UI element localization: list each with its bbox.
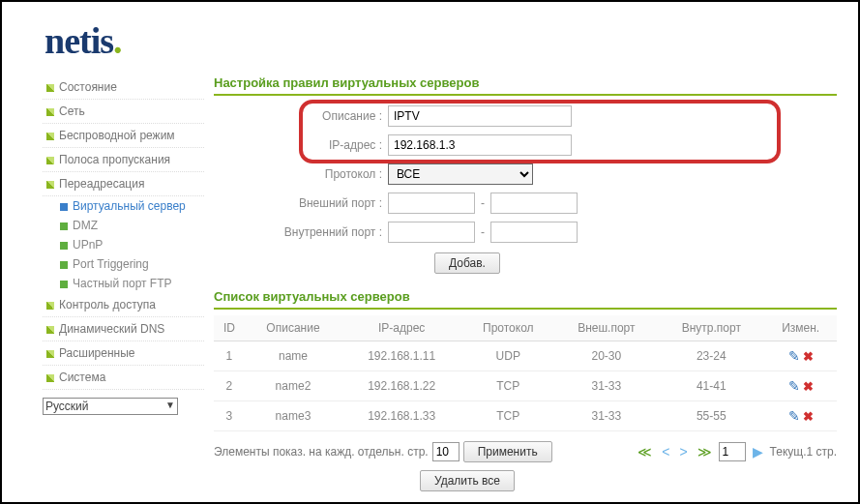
sidebar-item-label: Система (59, 371, 105, 384)
pager-first-icon[interactable]: ≪ (635, 444, 655, 460)
bullet-icon (46, 84, 54, 92)
col-descr: Описание (245, 315, 341, 341)
chevron-down-icon: ▼ (165, 400, 175, 410)
delete-all-button[interactable]: Удалить все (420, 470, 515, 491)
delete-icon[interactable]: ✖ (803, 379, 814, 394)
sidebar-item-label: Контроль доступа (59, 298, 156, 311)
language-select[interactable]: Русский▼ (43, 398, 178, 415)
col-ip: IP-адрес (341, 315, 461, 341)
edit-icon[interactable]: ✎ (788, 408, 800, 424)
cell-descr: name3 (245, 401, 341, 431)
label-ext-port: Внешний порт : (214, 196, 388, 210)
add-button[interactable]: Добав. (434, 252, 500, 274)
cell-int: 23-24 (658, 341, 764, 371)
label-protocol: Протокол : (214, 167, 388, 181)
pager-current: Текущ.1 стр. (770, 445, 837, 459)
logo-area: netis. (2, 2, 858, 75)
pager-prev-icon[interactable]: < (659, 444, 672, 460)
cell-descr: name (245, 341, 341, 371)
bullet-icon (46, 374, 54, 382)
sidebar-item-label: Сеть (59, 104, 85, 118)
edit-icon[interactable]: ✎ (788, 378, 800, 394)
cell-proto: TCP (461, 371, 554, 401)
sidebar-item-label: Полоса пропускания (59, 153, 170, 166)
cell-id: 1 (214, 341, 245, 371)
sidebar-item-label: Состояние (59, 80, 117, 94)
bullet-icon (60, 242, 68, 250)
table-row: 2name2192.168.1.22TCP31-3341-41✎✖ (214, 371, 837, 401)
form-title: Настройка правил виртуальных серверов (214, 75, 837, 96)
sidebar-item-label: Переадресация (59, 177, 144, 191)
cell-int: 55-55 (658, 401, 764, 431)
delete-icon[interactable]: ✖ (803, 349, 814, 364)
bullet-icon (46, 157, 54, 164)
cell-id: 2 (214, 371, 245, 401)
col-proto: Протокол (461, 315, 554, 341)
cell-proto: UDP (461, 341, 554, 371)
cell-int: 41-41 (658, 371, 764, 401)
edit-icon[interactable]: ✎ (788, 348, 800, 364)
apply-button[interactable]: Применить (463, 441, 552, 462)
cell-descr: name2 (245, 371, 341, 401)
sidebar-item-10[interactable]: Контроль доступа (43, 293, 204, 317)
sidebar-item-4[interactable]: Переадресация (43, 172, 204, 196)
cell-ext: 31-33 (554, 371, 658, 401)
col-act: Измен. (764, 315, 837, 341)
sidebar-item-12[interactable]: Расширенные (43, 341, 204, 366)
pager-last-icon[interactable]: ≫ (695, 444, 715, 460)
bullet-icon (46, 350, 54, 358)
bullet-icon (46, 181, 54, 189)
cell-actions: ✎✖ (764, 371, 837, 401)
ext-port-to-input[interactable] (490, 193, 578, 214)
cell-proto: TCP (461, 401, 554, 431)
col-int: Внутр.порт (658, 315, 764, 341)
bullet-icon (60, 261, 68, 269)
cell-ext: 31-33 (554, 401, 658, 431)
sidebar-item-label: Расширенные (59, 346, 135, 360)
cell-actions: ✎✖ (764, 341, 837, 371)
servers-table: ID Описание IP-адрес Протокол Внеш.порт … (214, 315, 837, 431)
table-row: 1name192.168.1.11UDP20-3023-24✎✖ (214, 341, 837, 371)
delete-icon[interactable]: ✖ (803, 409, 814, 424)
protocol-select[interactable]: ВСЕ (388, 163, 533, 185)
description-input[interactable] (388, 105, 572, 127)
sidebar-item-3[interactable]: Полоса пропускания (43, 148, 204, 172)
sidebar-item-label: Виртуальный сервер (73, 199, 186, 213)
sidebar-item-11[interactable]: Динамический DNS (43, 317, 204, 341)
label-description: Описание : (214, 109, 388, 123)
sidebar-item-2[interactable]: Беспроводной режим (43, 124, 204, 148)
cell-ip: 192.168.1.22 (341, 371, 461, 401)
int-port-to-input[interactable] (490, 222, 578, 243)
sidebar-item-label: Беспроводной режим (59, 129, 175, 142)
label-ip: IP-адрес : (214, 138, 388, 152)
list-title: Список виртуальных серверов (214, 289, 837, 310)
bullet-icon (46, 133, 54, 140)
sidebar-item-label: Динамический DNS (59, 322, 164, 336)
bullet-icon (46, 108, 54, 116)
bullet-icon (60, 203, 68, 211)
sidebar-item-0[interactable]: Состояние (43, 75, 204, 100)
sidebar-item-6[interactable]: DMZ (43, 216, 204, 235)
sidebar-item-label: DMZ (73, 219, 98, 232)
bullet-icon (60, 222, 68, 230)
sidebar-item-13[interactable]: Система (43, 366, 204, 390)
sidebar-item-5[interactable]: Виртуальный сервер (43, 196, 204, 216)
int-port-from-input[interactable] (388, 222, 475, 243)
bullet-icon (46, 326, 54, 334)
page-input[interactable] (719, 442, 746, 461)
pager-next-icon[interactable]: > (676, 444, 690, 460)
label-int-port: Внутренний порт : (214, 225, 388, 239)
cell-ip: 192.168.1.11 (341, 341, 461, 371)
col-id: ID (214, 315, 245, 341)
per-page-input[interactable] (432, 442, 460, 461)
col-ext: Внеш.порт (554, 315, 658, 341)
ip-input[interactable] (388, 134, 572, 156)
cell-actions: ✎✖ (764, 401, 837, 431)
sidebar-item-1[interactable]: Сеть (43, 100, 204, 124)
pager-label: Элементы показ. на кажд. отдельн. стр. (214, 445, 429, 459)
logo: netis. (44, 20, 122, 61)
pager-go-icon[interactable]: ▶ (750, 444, 766, 460)
ext-port-from-input[interactable] (388, 193, 475, 214)
table-row: 3name3192.168.1.33TCP31-3355-55✎✖ (214, 401, 837, 431)
bullet-icon (60, 281, 68, 288)
